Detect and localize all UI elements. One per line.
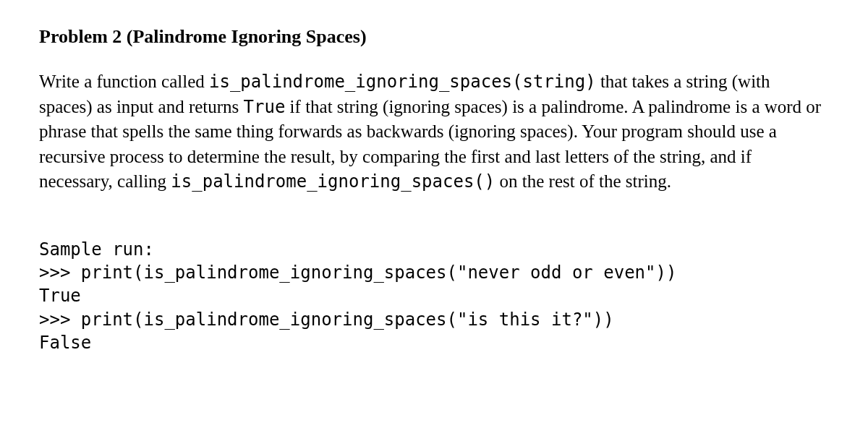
desc-text-1: Write a function called xyxy=(39,72,209,91)
sample-line-1: Sample run: xyxy=(39,238,825,261)
sample-run-block: Sample run:>>> print(is_palindrome_ignor… xyxy=(39,238,825,355)
sample-line-5: False xyxy=(39,331,825,354)
desc-code-1: is_palindrome_ignoring_spaces(string) xyxy=(209,72,596,92)
sample-line-2: >>> print(is_palindrome_ignoring_spaces(… xyxy=(39,261,825,284)
problem-heading: Problem 2 (Palindrome Ignoring Spaces) xyxy=(39,26,825,48)
sample-line-3: True xyxy=(39,284,825,307)
desc-code-2: True xyxy=(244,97,286,117)
sample-line-4: >>> print(is_palindrome_ignoring_spaces(… xyxy=(39,308,825,331)
desc-code-3: is_palindrome_ignoring_spaces() xyxy=(171,171,495,192)
desc-text-4: on the rest of the string. xyxy=(495,171,671,191)
problem-description: Write a function called is_palindrome_ig… xyxy=(39,69,825,195)
